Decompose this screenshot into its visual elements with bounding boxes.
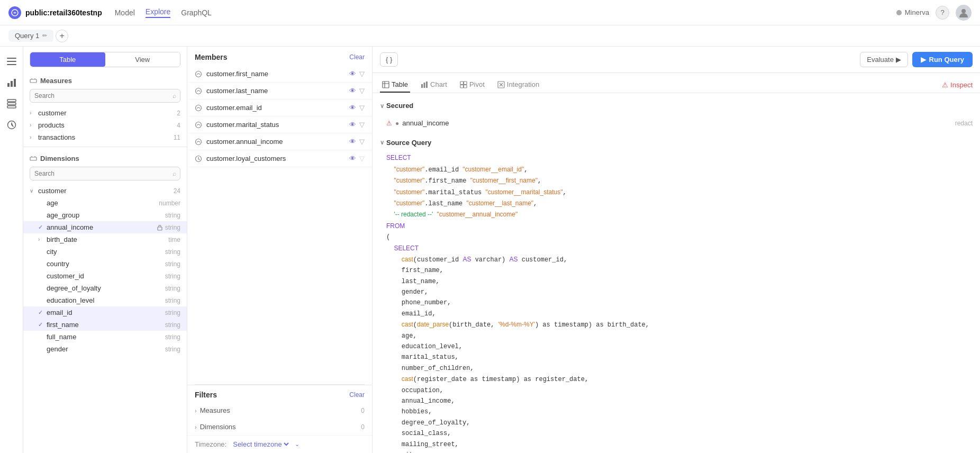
query-tab-1[interactable]: Query 1 ✏	[8, 30, 53, 42]
data-icon[interactable]	[3, 95, 20, 112]
filter-icon[interactable]: ▽	[359, 138, 365, 146]
svg-point-17	[196, 105, 202, 111]
redact-link[interactable]: redact	[955, 119, 973, 129]
dim-customer-id-item[interactable]: ✓ customer_id string	[23, 270, 187, 282]
svg-rect-5	[7, 83, 10, 87]
secured-annual-income-row: ⚠ ● annual_income redact	[380, 116, 973, 133]
tab-pivot[interactable]: Pivot	[458, 77, 487, 93]
timezone-select[interactable]: Select timezone	[231, 440, 291, 449]
dim-gender-item[interactable]: ✓ gender string	[23, 343, 187, 355]
eye-icon[interactable]: 👁	[349, 138, 356, 146]
svg-rect-25	[460, 81, 464, 85]
members-scroll: customer.first_name 👁 ▽ customer.last_na…	[187, 66, 372, 384]
eye-icon[interactable]: 👁	[349, 155, 356, 162]
left-panel-scroll: Measures ⌕ › customer 2 › products 4 › t…	[23, 73, 187, 453]
measures-section-header: Measures	[23, 73, 187, 87]
filter-icon[interactable]: ▽	[359, 70, 365, 78]
dimensions-search-icon: ⌕	[173, 170, 176, 177]
eye-icon[interactable]: 👁	[349, 70, 356, 78]
nav-explore[interactable]: Explore	[146, 7, 170, 18]
dim-full-name-item[interactable]: ✓ full_name string	[23, 331, 187, 343]
members-clear-button[interactable]: Clear	[349, 53, 365, 61]
avatar[interactable]	[956, 5, 972, 21]
dim-email-id-item[interactable]: ✓ email_id string	[23, 306, 187, 319]
circle-icon: ●	[395, 119, 399, 129]
json-button[interactable]: { }	[380, 52, 398, 67]
filters-clear-button[interactable]: Clear	[349, 391, 365, 398]
checkmark-icon: ✓	[38, 309, 44, 316]
dimensions-search-box: ⌕	[30, 167, 180, 180]
dim-first-name-item[interactable]: ✓ first_name string	[23, 319, 187, 331]
table-view-btn[interactable]: Table	[30, 52, 105, 67]
dim-country-item[interactable]: ✓ country string	[23, 258, 187, 270]
measures-customer-item[interactable]: › customer 2	[23, 107, 187, 119]
filter-dimensions-label: Dimensions	[200, 423, 236, 431]
member-marital-status: customer.marital_status 👁 ▽	[187, 116, 372, 133]
member-email-id: customer.email_id 👁 ▽	[187, 99, 372, 116]
chevron-right-icon: ›	[38, 237, 44, 242]
svg-point-15	[196, 71, 202, 77]
help-button[interactable]: ?	[936, 6, 949, 20]
run-label: Run Query	[929, 56, 964, 64]
view-view-btn[interactable]: View	[105, 52, 180, 67]
tab-chart[interactable]: Chart	[419, 77, 449, 93]
tab-edit-icon[interactable]: ✏	[42, 32, 47, 39]
right-panel: { } Evaluate ▶ ▶ Run Query Table Chart	[373, 47, 980, 453]
nav-links: Model Explore GraphQL	[115, 7, 212, 18]
member-time-icon	[195, 155, 202, 162]
main-layout: Table View Measures ⌕ › customer 2 › pro…	[0, 47, 980, 453]
tab-table[interactable]: Table	[380, 77, 410, 93]
icon-sidebar	[0, 47, 23, 453]
inspect-button[interactable]: ⚠ Inspect	[942, 81, 973, 89]
dimensions-customer-item[interactable]: ∨ customer 24	[23, 185, 187, 197]
chevron-right-icon: ›	[30, 110, 36, 116]
dim-age-group-item[interactable]: ✓ age_group string	[23, 209, 187, 221]
run-query-button[interactable]: ▶ Run Query	[912, 52, 973, 67]
chevron-down-icon: ∨	[30, 188, 36, 194]
eye-icon[interactable]: 👁	[349, 121, 356, 129]
dim-age-item[interactable]: ✓ age number	[23, 197, 187, 209]
svg-rect-26	[464, 81, 467, 85]
member-last-name: customer.last_name 👁 ▽	[187, 83, 372, 99]
svg-point-18	[196, 122, 202, 128]
nav-graphql[interactable]: GraphQL	[181, 8, 212, 17]
dim-birth-date-item[interactable]: › birth_date time	[23, 233, 187, 246]
filter-icon[interactable]: ▽	[359, 155, 365, 162]
middle-panel: Members Clear customer.first_name 👁 ▽ cu…	[187, 47, 373, 453]
dim-city-item[interactable]: ✓ city string	[23, 246, 187, 258]
measures-products-item[interactable]: › products 4	[23, 119, 187, 131]
secured-section-label[interactable]: ∨ Secured	[380, 101, 973, 112]
measures-search-box: ⌕	[30, 89, 180, 103]
right-toolbar: { } Evaluate ▶ ▶ Run Query	[373, 47, 980, 73]
filter-icon[interactable]: ▽	[359, 121, 365, 129]
dim-degree-loyalty-item[interactable]: ✓ degree_of_loyalty string	[23, 282, 187, 294]
table-tab-label: Table	[392, 80, 408, 88]
menu-icon[interactable]	[3, 53, 20, 70]
evaluate-button[interactable]: Evaluate ▶	[860, 52, 908, 67]
warn-icon: ⚠	[386, 119, 392, 129]
dim-annual-income-item[interactable]: ✓ annual_income string	[23, 221, 187, 233]
filter-icon[interactable]: ▽	[359, 87, 365, 95]
filters-title: Filters	[195, 391, 217, 399]
add-tab-button[interactable]: +	[56, 30, 68, 42]
filter-icon[interactable]: ▽	[359, 104, 365, 112]
dimensions-search-input[interactable]	[30, 167, 180, 180]
chevron-right-icon: ›	[30, 134, 36, 140]
source-query-section-label[interactable]: ∨ Source Query	[380, 138, 973, 149]
eye-icon[interactable]: 👁	[349, 87, 356, 95]
measures-transactions-item[interactable]: › transactions 11	[23, 131, 187, 143]
user-info: Minerva	[896, 8, 929, 16]
eye-icon[interactable]: 👁	[349, 104, 356, 112]
nav-model[interactable]: Model	[115, 8, 135, 17]
secured-icon	[157, 224, 163, 231]
svg-rect-6	[11, 81, 13, 87]
measures-search-input[interactable]	[30, 89, 180, 103]
svg-rect-28	[464, 85, 467, 88]
chart-sidebar-icon[interactable]	[3, 74, 20, 91]
tab-integration[interactable]: Integration	[495, 77, 541, 93]
dim-education-item[interactable]: ✓ education_level string	[23, 294, 187, 306]
chart-tab-label: Chart	[430, 80, 447, 88]
app-logo: public:retail360testnp	[8, 6, 102, 19]
history-icon[interactable]	[3, 116, 20, 133]
chevron-right-icon: ›	[30, 122, 36, 128]
